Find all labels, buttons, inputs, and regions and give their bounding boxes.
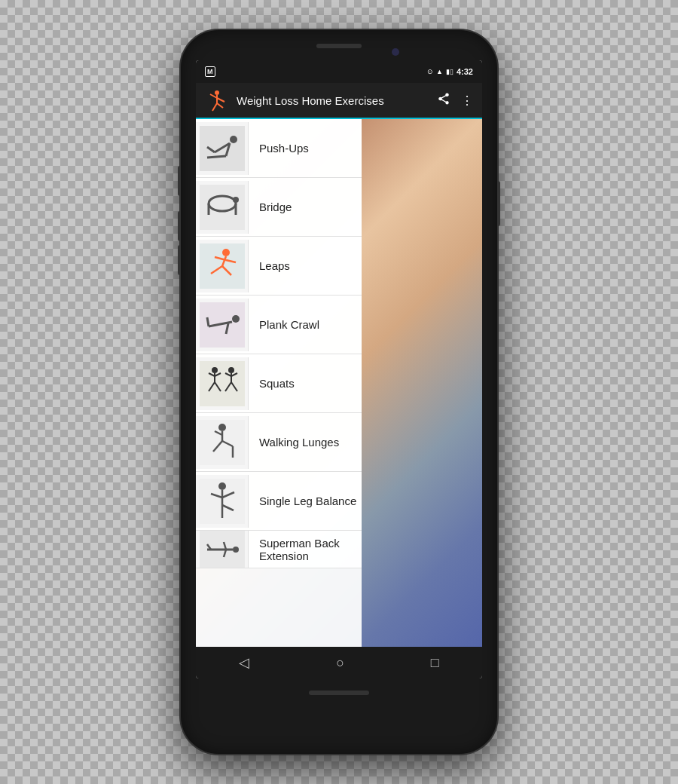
list-item[interactable]: Single Leg Balance xyxy=(196,472,362,531)
speaker xyxy=(316,44,362,48)
gmail-icon: M xyxy=(205,66,215,77)
exercise-thumbnail xyxy=(196,299,249,351)
content-area: Push-Ups Bridge xyxy=(196,119,482,647)
exercise-thumbnail xyxy=(196,475,249,528)
svg-point-50 xyxy=(218,482,226,490)
exercise-thumbnail xyxy=(196,416,249,469)
exercise-thumbnail xyxy=(196,240,249,292)
app-bar: Weight Loss Home Exercises ⋮ xyxy=(196,83,482,119)
exercise-name: Superman Back Extension xyxy=(249,537,362,562)
wifi-icon: ⊙ xyxy=(427,68,433,75)
svg-point-16 xyxy=(233,197,239,203)
svg-point-18 xyxy=(222,249,230,256)
svg-point-7 xyxy=(230,136,237,143)
exercise-thumbnail xyxy=(196,181,249,234)
more-options-icon[interactable]: ⋮ xyxy=(461,93,473,108)
list-item[interactable]: Plank Crawl xyxy=(196,296,362,354)
svg-line-5 xyxy=(217,98,224,102)
exercise-thumbnail xyxy=(196,357,249,410)
recent-button[interactable]: □ xyxy=(416,649,454,677)
exercise-name: Walking Lunges xyxy=(249,436,339,449)
exercise-list: Push-Ups Bridge xyxy=(196,119,362,647)
list-item[interactable]: Push-Ups xyxy=(196,119,362,178)
svg-line-11 xyxy=(207,156,226,158)
back-button[interactable]: ◁ xyxy=(224,648,264,677)
svg-point-36 xyxy=(228,367,234,373)
signal-bars: ▲ xyxy=(436,68,443,75)
screen: M ⊙ ▲ ▮▯ 4:32 xyxy=(196,60,482,678)
list-item[interactable]: Superman Back Extension xyxy=(196,531,362,568)
list-item[interactable]: Squats xyxy=(196,354,362,413)
status-right: ⊙ ▲ ▮▯ 4:32 xyxy=(427,67,473,76)
svg-line-4 xyxy=(210,94,217,98)
svg-line-3 xyxy=(217,103,223,108)
svg-point-30 xyxy=(212,367,218,373)
front-camera xyxy=(392,48,399,56)
list-item[interactable]: Walking Lunges xyxy=(196,413,362,472)
share-icon[interactable] xyxy=(437,92,450,109)
svg-line-2 xyxy=(212,103,217,111)
status-left: M xyxy=(205,66,215,77)
svg-rect-12 xyxy=(200,185,245,230)
svg-point-0 xyxy=(215,90,219,95)
exercise-thumbnail xyxy=(196,122,249,175)
battery-icon: ▮▯ xyxy=(446,68,454,75)
exercise-name: Bridge xyxy=(249,201,292,213)
phone-chin xyxy=(309,691,369,695)
exercise-thumbnail xyxy=(196,531,249,568)
home-button[interactable]: ○ xyxy=(321,649,359,677)
exercise-name: Leaps xyxy=(249,259,290,272)
phone-frame: M ⊙ ▲ ▮▯ 4:32 xyxy=(181,30,497,754)
list-item[interactable]: Bridge xyxy=(196,178,362,237)
svg-point-25 xyxy=(232,315,240,323)
app-title: Weight Loss Home Exercises xyxy=(237,94,429,107)
bottom-nav: ◁ ○ □ xyxy=(196,647,482,678)
status-bar: M ⊙ ▲ ▮▯ 4:32 xyxy=(196,60,482,83)
exercise-name: Plank Crawl xyxy=(249,318,319,331)
svg-point-57 xyxy=(233,547,239,553)
svg-point-43 xyxy=(218,424,226,431)
exercise-name: Push-Ups xyxy=(249,142,309,155)
svg-rect-29 xyxy=(200,361,245,406)
app-logo-icon xyxy=(205,88,229,112)
svg-line-28 xyxy=(207,317,209,326)
status-time: 4:32 xyxy=(457,67,473,76)
exercise-name: Single Leg Balance xyxy=(249,495,356,507)
list-item[interactable]: Leaps xyxy=(196,237,362,296)
exercise-name: Squats xyxy=(249,377,295,390)
app-bar-actions: ⋮ xyxy=(437,92,473,109)
